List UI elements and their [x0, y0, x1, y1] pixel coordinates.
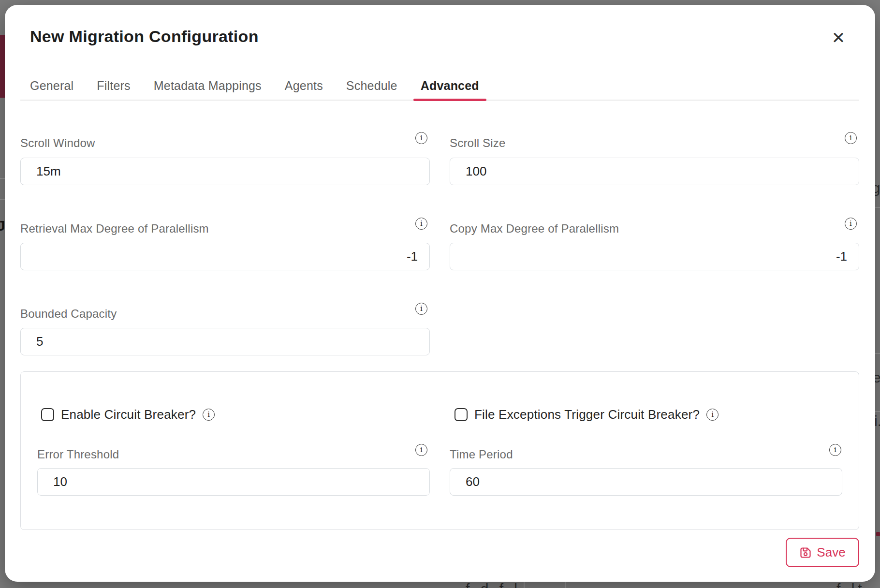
backdrop-text-fragment: f d f lt: [466, 582, 521, 588]
retrieval-mdop-label: Retrieval Max Degree of Paralellism: [20, 222, 209, 235]
backdrop-text-fragment: ig: [875, 181, 880, 206]
copy-mdop-label: Copy Max Degree of Paralellism: [450, 222, 619, 235]
floppy-disk-icon: [799, 546, 812, 559]
close-icon[interactable]: ✕: [827, 26, 850, 49]
scroll-window-input[interactable]: [20, 158, 430, 185]
retrieval-mdop-input[interactable]: [20, 243, 430, 270]
backdrop-divider: [875, 411, 880, 412]
tab-agents[interactable]: Agents: [285, 78, 323, 100]
info-icon[interactable]: i: [706, 409, 719, 421]
time-period-label: Time Period: [450, 448, 842, 461]
backdrop-text-fragment: e: [875, 370, 880, 389]
backdrop-divider: [565, 582, 566, 588]
info-icon[interactable]: i: [415, 218, 427, 230]
file-exceptions-checkbox[interactable]: [455, 408, 468, 421]
error-threshold-label: Error Threshold: [37, 448, 430, 461]
dialog-title: New Migration Configuration: [30, 27, 259, 46]
scroll-size-label: Scroll Size: [450, 136, 506, 150]
tab-advanced[interactable]: Advanced: [421, 78, 479, 100]
info-icon[interactable]: i: [845, 218, 857, 230]
info-icon[interactable]: i: [415, 132, 427, 144]
time-period-input[interactable]: [450, 468, 842, 496]
tab-schedule[interactable]: Schedule: [346, 78, 397, 100]
bounded-capacity-label: Bounded Capacity: [20, 307, 117, 321]
file-exceptions-row: File Exceptions Trigger Circuit Breaker?…: [455, 407, 719, 422]
scroll-size-input[interactable]: [450, 158, 859, 185]
enable-circuit-breaker-label: Enable Circuit Breaker?: [61, 407, 196, 422]
info-icon[interactable]: i: [415, 303, 427, 315]
backdrop-divider: [0, 178, 5, 179]
backdrop-divider: [875, 207, 880, 208]
backdrop-text-fragment: f lt: [836, 582, 880, 588]
scroll-window-label: Scroll Window: [20, 136, 95, 150]
migration-configuration-dialog: New Migration Configuration ✕ General Fi…: [5, 5, 875, 582]
info-icon[interactable]: i: [415, 444, 427, 456]
backdrop-text-fragment: ı ı ı ı ıı: [205, 583, 301, 588]
error-threshold-input[interactable]: [37, 468, 430, 496]
copy-mdop-input[interactable]: [450, 243, 859, 270]
tab-metadata-mappings[interactable]: Metadata Mappings: [154, 78, 262, 100]
header-divider: [5, 66, 875, 66]
info-icon[interactable]: i: [203, 409, 215, 421]
backdrop-red-fragment: [876, 532, 880, 536]
enable-circuit-breaker-row: Enable Circuit Breaker? i: [41, 407, 215, 422]
enable-circuit-breaker-checkbox[interactable]: [41, 408, 54, 421]
tab-filters[interactable]: Filters: [97, 78, 130, 100]
tab-general[interactable]: General: [30, 78, 73, 100]
tab-bar: General Filters Metadata Mappings Agents…: [30, 78, 479, 100]
backdrop-maroon-bar: [0, 35, 5, 98]
info-icon[interactable]: i: [829, 444, 841, 456]
bounded-capacity-input[interactable]: [20, 328, 430, 355]
backdrop-divider: [875, 353, 880, 354]
save-button[interactable]: Save: [786, 538, 859, 567]
file-exceptions-label: File Exceptions Trigger Circuit Breaker?: [474, 407, 700, 422]
backdrop-divider: [0, 199, 5, 200]
backdrop-divider: [524, 582, 525, 588]
save-button-label: Save: [817, 545, 845, 560]
info-icon[interactable]: i: [845, 132, 857, 144]
